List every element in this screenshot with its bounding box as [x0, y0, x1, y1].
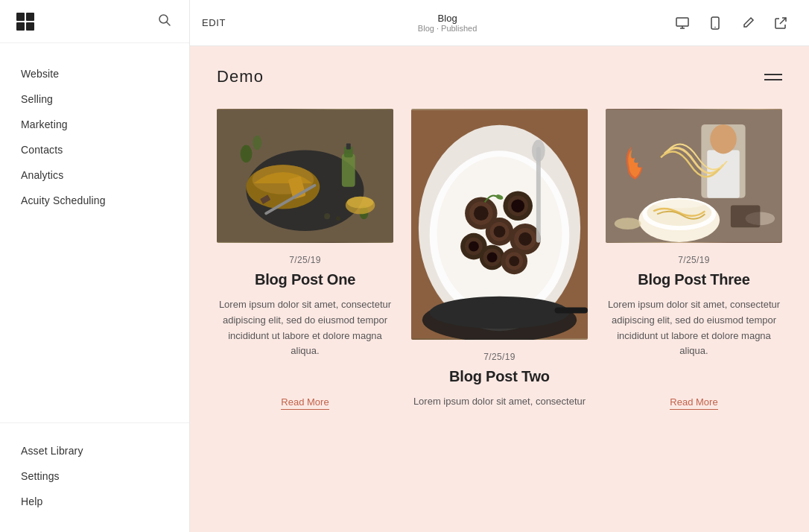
mobile-view-button[interactable] — [702, 11, 729, 35]
sidebar-header — [0, 0, 189, 43]
sidebar-item-website[interactable]: Website — [0, 61, 189, 86]
squarespace-logo — [15, 11, 36, 32]
monitor-icon — [675, 16, 690, 31]
mobile-icon — [708, 16, 723, 31]
svg-point-67 — [653, 200, 705, 209]
external-link-icon — [773, 16, 788, 31]
food-image-1 — [217, 109, 393, 243]
svg-point-10 — [714, 26, 716, 28]
svg-rect-0 — [16, 13, 25, 21]
blog-card-2: 7/25/19 Blog Post Two Lorem ipsum dolor … — [411, 109, 588, 410]
svg-point-22 — [241, 145, 253, 163]
sidebar-item-acuity[interactable]: Acuity Scheduling — [0, 188, 189, 213]
blog-card-2-title: Blog Post Two — [411, 368, 588, 385]
blog-card-1: 7/25/19 Blog Post One Lorem ipsum dolor … — [217, 109, 393, 410]
blog-card-2-excerpt: Lorem ipsum dolor sit amet, consectetur — [411, 394, 588, 410]
svg-rect-1 — [26, 13, 34, 21]
svg-rect-21 — [346, 144, 351, 150]
demo-logo: Demo — [217, 67, 264, 86]
svg-point-41 — [494, 226, 506, 238]
sidebar-nav: Website Selling Marketing Contacts Analy… — [0, 43, 189, 422]
svg-point-28 — [347, 197, 374, 209]
svg-point-47 — [518, 232, 532, 246]
svg-line-11 — [780, 18, 786, 24]
svg-point-58 — [430, 297, 570, 329]
sidebar-bottom: Asset Library Settings Help — [0, 422, 189, 532]
svg-rect-6 — [676, 18, 688, 26]
svg-line-5 — [167, 22, 171, 26]
sidebar-item-marketing[interactable]: Marketing — [0, 112, 189, 137]
desktop-view-button[interactable] — [669, 11, 696, 35]
logo-icon — [15, 11, 36, 32]
blog-card-3-date: 7/25/19 — [606, 255, 782, 265]
blog-card-1-excerpt: Lorem ipsum dolor sit amet, consectetur … — [217, 297, 393, 384]
svg-point-63 — [710, 124, 737, 154]
svg-point-38 — [511, 199, 524, 212]
svg-rect-3 — [26, 22, 34, 31]
sidebar-item-help[interactable]: Help — [0, 489, 189, 514]
blog-card-2-date: 7/25/19 — [411, 352, 588, 362]
demo-nav: Demo — [190, 46, 809, 101]
svg-point-44 — [469, 241, 479, 252]
topbar: EDIT Blog Blog · Published — [190, 0, 809, 46]
blog-card-1-image — [217, 109, 393, 243]
svg-point-26 — [336, 216, 340, 221]
pen-icon — [740, 16, 755, 31]
svg-point-50 — [487, 253, 498, 263]
page-subtitle: Blog · Published — [418, 24, 478, 33]
topbar-center: Blog Blog · Published — [418, 13, 478, 33]
svg-rect-70 — [731, 206, 761, 228]
svg-rect-19 — [342, 153, 355, 186]
svg-point-35 — [474, 206, 489, 221]
food-image-3 — [606, 109, 782, 243]
blog-card-1-date: 7/25/19 — [217, 255, 393, 265]
search-button[interactable] — [155, 10, 174, 32]
svg-point-55 — [532, 139, 545, 162]
svg-point-53 — [509, 256, 519, 266]
svg-point-23 — [253, 136, 261, 151]
blog-card-3-read-more[interactable]: Read More — [670, 396, 717, 410]
hamburger-line-1 — [764, 74, 782, 75]
svg-point-25 — [324, 213, 330, 219]
svg-rect-2 — [16, 22, 25, 31]
sidebar-item-asset-library[interactable]: Asset Library — [0, 438, 189, 463]
edit-pen-button[interactable] — [735, 11, 761, 35]
blog-card-1-read-more[interactable]: Read More — [281, 396, 329, 410]
main-content: EDIT Blog Blog · Published — [190, 0, 809, 532]
page-title: Blog — [418, 13, 478, 24]
demo-page: Demo — [190, 46, 809, 532]
blog-card-3-excerpt: Lorem ipsum dolor sit amet, consectetur … — [606, 297, 782, 384]
hamburger-line-2 — [764, 79, 782, 80]
sidebar-item-contacts[interactable]: Contacts — [0, 137, 189, 162]
hamburger-menu[interactable] — [764, 74, 782, 80]
sidebar-item-analytics[interactable]: Analytics — [0, 162, 189, 188]
blog-card-3-image — [606, 109, 782, 243]
blog-grid: 7/25/19 Blog Post One Lorem ipsum dolor … — [190, 101, 809, 440]
search-icon — [158, 13, 171, 27]
blog-card-3-title: Blog Post Three — [606, 271, 782, 288]
blog-card-3: 7/25/19 Blog Post Three Lorem ipsum dolo… — [606, 109, 782, 410]
blog-card-2-image — [411, 109, 588, 340]
edit-label[interactable]: EDIT — [202, 17, 226, 28]
sidebar-item-selling[interactable]: Selling — [0, 86, 189, 112]
sidebar: Website Selling Marketing Contacts Analy… — [0, 0, 190, 532]
blog-card-1-title: Blog Post One — [217, 271, 393, 288]
external-link-button[interactable] — [767, 11, 794, 35]
topbar-actions — [669, 11, 794, 35]
svg-rect-59 — [555, 308, 588, 314]
svg-point-68 — [615, 218, 641, 229]
sidebar-item-settings[interactable]: Settings — [0, 463, 189, 489]
canvas: Demo — [190, 46, 809, 532]
food-image-2 — [411, 109, 588, 340]
